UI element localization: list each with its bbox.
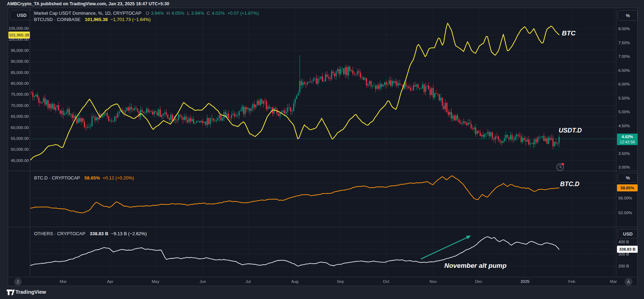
price-axis-label: 80,000.00	[8, 81, 29, 86]
btcusd-change: −1,701.73 (−1.64%)	[111, 17, 151, 22]
btcd-value: 58.65%	[85, 175, 100, 181]
btcusd-symbol: BTCUSD · COINBASE	[34, 17, 80, 22]
dominance-axis-label: 56.00%	[618, 196, 632, 201]
price-axis-label: 60,000.00	[8, 125, 29, 130]
published-chart-page: AMBCrypto_TA published on TradingView.co…	[0, 0, 644, 299]
dominance-axis-label: 52.00%	[618, 210, 632, 215]
others-right-axis-unit-button[interactable]: USD	[618, 229, 638, 239]
percent-axis-label: 7.50%	[618, 40, 630, 45]
percent-axis-label: 5.00%	[618, 109, 630, 114]
price-axis-label: 70,000.00	[8, 103, 29, 108]
btc-price-badge: 101,965.38	[8, 32, 30, 39]
month-label: Jun	[195, 279, 211, 284]
btcd-legend: BTC.D · CRYPTOCAP 58.65% +0.12 (+0.20%)	[34, 175, 135, 181]
bar-countdown: 12:42:58	[620, 140, 635, 145]
month-label: Aug	[287, 279, 303, 284]
price-axis-label: 105,000.00	[8, 26, 29, 31]
timezone-button[interactable]: Z	[14, 278, 22, 286]
btcusd-price: 101,965.38	[85, 17, 108, 22]
auto-scale-button[interactable]: A	[625, 278, 632, 286]
chart-canvas[interactable]	[0, 0, 644, 299]
main-change: +0.07 (+1.87%)	[227, 11, 259, 16]
price-axis-label: 95,000.00	[8, 48, 29, 53]
usdt-dominance-badge-value: 4.02%	[622, 134, 633, 140]
others-change: −9.13 B (−2.62%)	[111, 231, 147, 236]
ohlc-low-value: 3.94%	[191, 11, 204, 16]
main-right-axis-unit-button[interactable]: %	[618, 10, 638, 21]
month-label: Apr	[102, 279, 118, 284]
usdt-dominance-badge: 4.02% 12:42:58	[617, 134, 638, 145]
month-label: Sep	[333, 279, 348, 284]
btcd-symbol: BTC.D · CRYPTOCAP	[34, 175, 80, 181]
percent-axis-label: 5.50%	[618, 96, 630, 101]
ohlc-close-label: C	[207, 11, 210, 16]
btcd-right-axis-unit-button[interactable]: %	[618, 173, 638, 183]
ohlc-low-label: L	[187, 11, 190, 16]
percent-axis-label: 3.50%	[618, 151, 630, 156]
main-symbol-title: Market Cap USDT Dominance, %, 1D, CRYPTO…	[34, 11, 141, 16]
btcusd-legend: BTCUSD · COINBASE 101,965.38 −1,701.73 (…	[34, 17, 152, 22]
month-label: Feb	[564, 279, 579, 284]
month-label: 2025	[517, 279, 533, 284]
month-label: Mar	[55, 279, 71, 284]
ohlc-high-label: H	[166, 11, 170, 16]
november-alt-pump-annotation: November alt pump	[444, 262, 506, 270]
tradingview-wordmark[interactable]: TradingView	[15, 289, 46, 295]
price-axis-label: 75,000.00	[8, 92, 29, 97]
price-axis-label: 90,000.00	[8, 59, 29, 64]
month-label: Jul	[240, 279, 256, 284]
btcd-value-badge: 58.65%	[617, 184, 638, 191]
others-value: 338.83 B	[90, 231, 108, 236]
usdt-d-annotation: USDT.D	[559, 127, 582, 134]
month-label: Oct	[378, 279, 394, 284]
month-label: Mar	[606, 279, 621, 284]
month-label: May	[148, 279, 163, 284]
month-label: Nov	[425, 279, 441, 284]
ohlc-open-value: 3.94%	[151, 11, 164, 16]
percent-axis-label: 7.00%	[618, 54, 630, 59]
ohlc-open-label: O	[146, 11, 149, 16]
percent-axis-label: 4.50%	[618, 123, 630, 128]
ohlc-close-value: 4.02%	[212, 11, 225, 16]
others-value-badge: 338.83 B	[617, 246, 638, 253]
footer-bar: TradingView	[0, 286, 644, 299]
btcd-change: +0.12 (+0.20%)	[102, 175, 134, 181]
marketcap-axis-label: 200 B	[618, 264, 629, 269]
price-axis-label: 50,000.00	[8, 147, 29, 152]
marketcap-axis-label: 400 B	[618, 239, 629, 244]
percent-axis-label: 6.00%	[618, 82, 630, 87]
month-label: Dec	[471, 279, 486, 284]
price-axis-label: 65,000.00	[8, 114, 29, 119]
percent-axis-label: 3.00%	[618, 165, 630, 170]
percent-axis-label: 8.00%	[618, 26, 630, 31]
main-pane-legend: Market Cap USDT Dominance, %, 1D, CRYPTO…	[34, 11, 260, 16]
price-axis-label: 45,000.00	[8, 158, 29, 163]
btc-annotation: BTC	[562, 29, 576, 37]
price-axis-label: 55,000.00	[8, 136, 29, 141]
others-symbol: OTHERS · CRYPTOCAP	[34, 231, 85, 236]
left-axis-currency-button[interactable]: USD	[10, 10, 34, 20]
others-legend: OTHERS · CRYPTOCAP 338.83 B −9.13 B (−2.…	[34, 231, 148, 236]
price-axis-label: 85,000.00	[8, 70, 29, 75]
ohlc-high-value: 4.05%	[172, 11, 185, 16]
btc-d-annotation: BTC.D	[560, 181, 579, 188]
percent-axis-label: 6.50%	[618, 68, 630, 73]
tradingview-logo-icon[interactable]	[6, 289, 15, 295]
